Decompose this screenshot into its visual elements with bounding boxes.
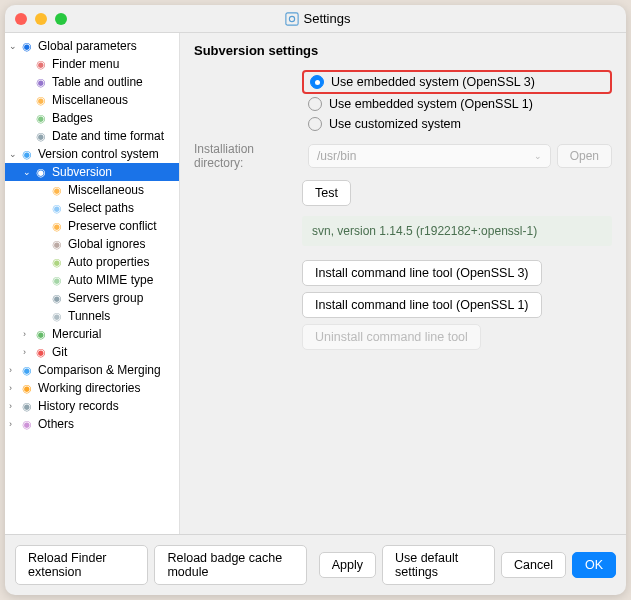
tree-item-icon: ◉ — [34, 327, 48, 341]
tree-item-label: Tunnels — [68, 309, 110, 323]
system-radio-group: Use embedded system (OpenSSL 3)Use embed… — [302, 70, 612, 134]
sidebar-item-mercurial[interactable]: ›◉Mercurial — [5, 325, 179, 343]
radio-label: Use embedded system (OpenSSL 1) — [329, 97, 533, 111]
radio-label: Use embedded system (OpenSSL 3) — [331, 75, 535, 89]
tree-item-icon: ◉ — [20, 381, 34, 395]
radio-option-0[interactable]: Use embedded system (OpenSSL 3) — [302, 70, 612, 94]
sidebar-item-auto-mime-type[interactable]: ◉Auto MIME type — [5, 271, 179, 289]
chevron-down-icon: ⌄ — [23, 167, 33, 177]
tree-item-label: History records — [38, 399, 119, 413]
tree-item-icon: ◉ — [50, 237, 64, 251]
ok-button[interactable]: OK — [572, 552, 616, 578]
tree-item-icon: ◉ — [20, 39, 34, 53]
tree-item-label: Auto properties — [68, 255, 149, 269]
tree-item-label: Servers group — [68, 291, 143, 305]
install-dir-select[interactable]: /usr/bin ⌄ — [308, 144, 551, 168]
sidebar-item-finder-menu[interactable]: ◉Finder menu — [5, 55, 179, 73]
install-openssl3-button[interactable]: Install command line tool (OpenSSL 3) — [302, 260, 542, 286]
chevron-down-icon: ⌄ — [9, 149, 19, 159]
chevron-right-icon: › — [9, 401, 19, 411]
sidebar-item-miscellaneous[interactable]: ◉Miscellaneous — [5, 91, 179, 109]
settings-window: Settings ⌄◉Global parameters◉Finder menu… — [5, 5, 626, 595]
radio-label: Use customized system — [329, 117, 461, 131]
sidebar-item-auto-properties[interactable]: ◉Auto properties — [5, 253, 179, 271]
tree-item-label: Table and outline — [52, 75, 143, 89]
cancel-button[interactable]: Cancel — [501, 552, 566, 578]
tree-item-label: Global parameters — [38, 39, 137, 53]
chevron-right-icon: › — [9, 419, 19, 429]
tree-item-icon: ◉ — [50, 183, 64, 197]
sidebar-item-working-directories[interactable]: ›◉Working directories — [5, 379, 179, 397]
radio-icon — [310, 75, 324, 89]
tree-item-label: Preserve conflict — [68, 219, 157, 233]
sidebar-item-preserve-conflict[interactable]: ◉Preserve conflict — [5, 217, 179, 235]
tree-item-label: Subversion — [52, 165, 112, 179]
sidebar-item-subversion[interactable]: ⌄◉Subversion — [5, 163, 179, 181]
window-title: Settings — [67, 11, 568, 26]
sidebar-item-history-records[interactable]: ›◉History records — [5, 397, 179, 415]
sidebar-item-others[interactable]: ›◉Others — [5, 415, 179, 433]
tree-item-icon: ◉ — [34, 57, 48, 71]
tree-item-icon: ◉ — [50, 219, 64, 233]
tree-item-icon: ◉ — [20, 363, 34, 377]
uninstall-button: Uninstall command line tool — [302, 324, 481, 350]
titlebar: Settings — [5, 5, 626, 33]
apply-button[interactable]: Apply — [319, 552, 376, 578]
close-icon[interactable] — [15, 13, 27, 25]
tree-item-icon: ◉ — [50, 309, 64, 323]
svg-point-1 — [289, 16, 294, 21]
sidebar-item-select-paths[interactable]: ◉Select paths — [5, 199, 179, 217]
sidebar-item-miscellaneous[interactable]: ◉Miscellaneous — [5, 181, 179, 199]
tree-item-label: Date and time format — [52, 129, 164, 143]
tree-item-icon: ◉ — [34, 165, 48, 179]
tree-item-label: Git — [52, 345, 67, 359]
install-dir-label: Installiation directory: — [194, 142, 302, 170]
tree-item-icon: ◉ — [50, 201, 64, 215]
sidebar-item-global-ignores[interactable]: ◉Global ignores — [5, 235, 179, 253]
sidebar: ⌄◉Global parameters◉Finder menu◉Table an… — [5, 33, 180, 534]
reload-badge-button[interactable]: Reload badge cache module — [154, 545, 306, 585]
sidebar-item-servers-group[interactable]: ◉Servers group — [5, 289, 179, 307]
radio-icon — [308, 97, 322, 111]
sidebar-item-version-control-system[interactable]: ⌄◉Version control system — [5, 145, 179, 163]
radio-icon — [308, 117, 322, 131]
zoom-icon[interactable] — [55, 13, 67, 25]
tree-item-label: Badges — [52, 111, 93, 125]
test-button[interactable]: Test — [302, 180, 351, 206]
radio-option-2[interactable]: Use customized system — [302, 114, 612, 134]
sidebar-item-tunnels[interactable]: ◉Tunnels — [5, 307, 179, 325]
tree-item-icon: ◉ — [20, 417, 34, 431]
sidebar-item-comparison-merging[interactable]: ›◉Comparison & Merging — [5, 361, 179, 379]
version-output: svn, version 1.14.5 (r1922182+:openssl-1… — [302, 216, 612, 246]
tree-item-icon: ◉ — [50, 255, 64, 269]
chevron-down-icon: ⌄ — [534, 151, 542, 161]
radio-option-1[interactable]: Use embedded system (OpenSSL 1) — [302, 94, 612, 114]
sidebar-item-date-and-time-format[interactable]: ◉Date and time format — [5, 127, 179, 145]
reload-finder-button[interactable]: Reload Finder extension — [15, 545, 148, 585]
content-area: ⌄◉Global parameters◉Finder menu◉Table an… — [5, 33, 626, 534]
main-panel: Subversion settings Use embedded system … — [180, 33, 626, 534]
tree-item-label: Working directories — [38, 381, 140, 395]
install-directory-row: Installiation directory: /usr/bin ⌄ Open — [194, 142, 612, 170]
tree-item-label: Mercurial — [52, 327, 101, 341]
chevron-right-icon: › — [23, 347, 33, 357]
install-openssl1-button[interactable]: Install command line tool (OpenSSL 1) — [302, 292, 542, 318]
tree-item-label: Select paths — [68, 201, 134, 215]
open-button[interactable]: Open — [557, 144, 612, 168]
tree-item-label: Others — [38, 417, 74, 431]
window-controls — [15, 13, 67, 25]
sidebar-item-table-and-outline[interactable]: ◉Table and outline — [5, 73, 179, 91]
tree-item-label: Comparison & Merging — [38, 363, 161, 377]
tree-item-icon: ◉ — [20, 399, 34, 413]
section-heading: Subversion settings — [194, 43, 612, 58]
sidebar-item-badges[interactable]: ◉Badges — [5, 109, 179, 127]
tree-item-label: Auto MIME type — [68, 273, 153, 287]
sidebar-item-global-parameters[interactable]: ⌄◉Global parameters — [5, 37, 179, 55]
footer: Reload Finder extension Reload badge cac… — [5, 534, 626, 595]
tree-item-label: Miscellaneous — [68, 183, 144, 197]
tree-item-icon: ◉ — [34, 111, 48, 125]
minimize-icon[interactable] — [35, 13, 47, 25]
sidebar-item-git[interactable]: ›◉Git — [5, 343, 179, 361]
defaults-button[interactable]: Use default settings — [382, 545, 495, 585]
settings-icon — [285, 12, 299, 26]
